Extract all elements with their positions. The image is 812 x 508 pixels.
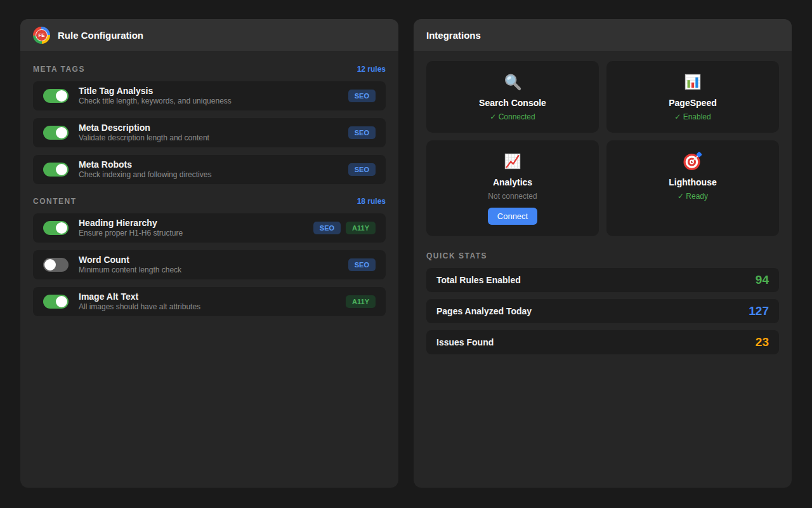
rules-sections: META TAGS 12 rules Title Tag Analysis Ch… <box>20 51 398 316</box>
rules-section-meta-tags: META TAGS 12 rules Title Tag Analysis Ch… <box>33 60 386 184</box>
integration-card-lighthouse: Lighthouse ✓ Ready <box>606 140 779 236</box>
toggle-knob <box>56 222 67 234</box>
stat-row-total-rules-enabled: Total Rules Enabled 94 <box>426 268 779 292</box>
rule-description: Check indexing and following directives <box>79 170 338 180</box>
badge-seo: SEO <box>348 126 376 139</box>
rules-list: Heading Hierarchy Ensure proper H1-H6 st… <box>33 213 386 316</box>
rule-toggle[interactable] <box>43 89 69 103</box>
app-logo-icon: FE <box>33 27 50 44</box>
rule-badges: SEO <box>348 163 376 176</box>
line-chart-icon <box>433 151 593 171</box>
integration-card-search-console: Search Console ✓ Connected <box>426 61 599 133</box>
rule-text: Heading Hierarchy Ensure proper H1-H6 st… <box>79 218 303 238</box>
rule-description: All images should have alt attributes <box>79 302 336 312</box>
rule-badges: SEO <box>348 90 376 102</box>
rule-description: Minimum content length check <box>79 265 338 275</box>
integration-card-analytics: Analytics Not connected Connect <box>426 140 599 236</box>
stat-value: 23 <box>756 335 769 349</box>
toggle-knob <box>56 127 67 138</box>
badge-a11y: A11Y <box>346 222 376 234</box>
toggle-knob <box>56 296 67 307</box>
rule-description: Ensure proper H1-H6 structure <box>79 229 303 238</box>
stat-row-pages-analyzed-today: Pages Analyzed Today 127 <box>426 299 779 323</box>
rule-row-title-tag-analysis: Title Tag Analysis Check title length, k… <box>33 81 386 110</box>
rule-configuration-panel: FE Rule Configuration META TAGS 12 rules… <box>20 19 398 488</box>
rule-toggle[interactable] <box>43 126 69 140</box>
integrations-header: Integrations <box>414 19 792 51</box>
rule-row-word-count: Word Count Minimum content length check … <box>33 250 386 279</box>
quick-stats-list: Total Rules Enabled 94 Pages Analyzed To… <box>426 268 779 354</box>
integration-status: ✓ Connected <box>433 112 593 121</box>
integration-name: Search Console <box>433 98 593 108</box>
rule-text: Meta Robots Check indexing and following… <box>79 159 338 180</box>
section-rules-count: 12 rules <box>357 65 386 74</box>
rule-toggle[interactable] <box>43 221 69 235</box>
toggle-knob <box>56 90 67 102</box>
magnifier-icon <box>433 72 593 92</box>
integration-status: ✓ Ready <box>613 192 773 201</box>
rule-toggle[interactable] <box>43 258 69 272</box>
badge-seo: SEO <box>348 90 376 102</box>
badge-seo: SEO <box>348 163 376 176</box>
rule-description: Validate description length and content <box>79 133 338 143</box>
integrations-title: Integrations <box>426 30 481 41</box>
rule-row-image-alt-text: Image Alt Text All images should have al… <box>33 287 386 316</box>
badge-a11y: A11Y <box>346 295 376 308</box>
integration-name: Analytics <box>433 177 593 187</box>
rule-row-meta-description: Meta Description Validate description le… <box>33 118 386 147</box>
rule-title: Meta Robots <box>79 159 338 170</box>
rule-toggle[interactable] <box>43 163 69 177</box>
rule-title: Heading Hierarchy <box>79 218 303 229</box>
badge-seo: SEO <box>313 222 341 234</box>
rule-title: Image Alt Text <box>79 291 336 302</box>
connect-button[interactable]: Connect <box>488 208 537 225</box>
toggle-knob <box>44 259 56 271</box>
badge-seo: SEO <box>348 258 376 271</box>
stat-label: Total Rules Enabled <box>436 275 521 285</box>
rule-text: Meta Description Validate description le… <box>79 123 338 143</box>
rule-text: Title Tag Analysis Check title length, k… <box>79 86 338 106</box>
rule-description: Check title length, keywords, and unique… <box>79 97 338 106</box>
rule-text: Word Count Minimum content length check <box>79 255 338 275</box>
rule-title: Meta Description <box>79 123 338 133</box>
quick-stats-heading: QUICK STATS <box>426 251 779 260</box>
integration-status: ✓ Enabled <box>613 112 773 121</box>
integration-name: Lighthouse <box>613 177 773 187</box>
section-rules-count: 18 rules <box>357 197 386 206</box>
integration-cards: Search Console ✓ Connected PageSpeed ✓ E… <box>426 60 779 236</box>
rule-toggle[interactable] <box>43 295 69 309</box>
app-logo-text: FE <box>36 29 48 41</box>
rule-title: Word Count <box>79 255 338 265</box>
rule-badges: SEOA11Y <box>313 222 376 234</box>
rules-section-content: CONTENT 18 rules Heading Hierarchy Ensur… <box>33 192 386 316</box>
bar-chart-icon <box>613 72 773 92</box>
integrations-panel: Integrations Search Console ✓ Connected … <box>414 19 792 488</box>
rule-row-meta-robots: Meta Robots Check indexing and following… <box>33 155 386 184</box>
rule-row-heading-hierarchy: Heading Hierarchy Ensure proper H1-H6 st… <box>33 213 386 243</box>
rule-badges: SEO <box>348 126 376 139</box>
integration-name: PageSpeed <box>613 98 773 108</box>
section-name: CONTENT <box>33 197 77 206</box>
rule-title: Title Tag Analysis <box>79 86 338 97</box>
integration-card-pagespeed: PageSpeed ✓ Enabled <box>606 61 779 133</box>
section-name: META TAGS <box>33 65 85 74</box>
stat-label: Pages Analyzed Today <box>436 306 532 316</box>
rules-list: Title Tag Analysis Check title length, k… <box>33 81 386 184</box>
integration-status: Not connected <box>433 192 593 201</box>
rule-text: Image Alt Text All images should have al… <box>79 291 336 312</box>
rule-badges: A11Y <box>346 295 376 308</box>
rule-configuration-title: Rule Configuration <box>58 30 143 41</box>
rule-configuration-header: FE Rule Configuration <box>20 19 398 51</box>
rule-badges: SEO <box>348 258 376 271</box>
stat-value: 94 <box>756 273 769 287</box>
stat-value: 127 <box>749 304 769 318</box>
stat-label: Issues Found <box>436 337 494 347</box>
stat-row-issues-found: Issues Found 23 <box>426 330 779 354</box>
target-icon <box>613 151 773 171</box>
toggle-knob <box>56 164 67 175</box>
